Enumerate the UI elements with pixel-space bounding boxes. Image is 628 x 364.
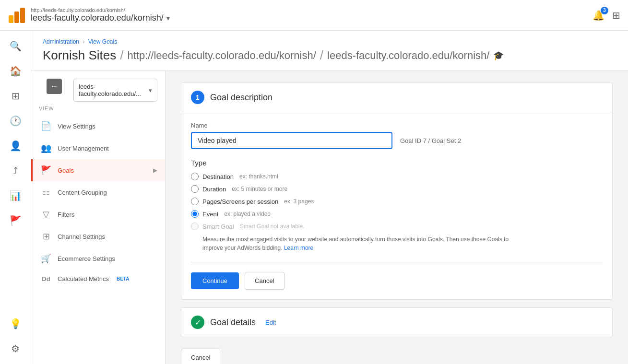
view-dropdown-text: leeds-faculty.colorado.edu/... bbox=[79, 83, 149, 97]
beta-badge: BETA bbox=[117, 276, 129, 282]
cart-icon: 🛒 bbox=[40, 253, 52, 264]
nav-item-content-grouping[interactable]: ⚏ Content Grouping bbox=[31, 181, 165, 203]
sidebar-extra[interactable]: ⚙ bbox=[4, 337, 27, 360]
radio-pages: Pages/Screens per session ex: 3 pages bbox=[191, 198, 603, 205]
bottom-cancel-row: Cancel bbox=[181, 345, 613, 364]
page-path1: http://leeds-faculty.colorado.edu/kornis… bbox=[127, 49, 316, 62]
radio-smart-goal: Smart Goal Smart Goal not available. bbox=[191, 223, 603, 230]
radio-event: Event ex: played a video bbox=[191, 210, 603, 218]
sidebar-bottom[interactable]: 💡 bbox=[4, 312, 27, 335]
filter-icon: ▽ bbox=[40, 209, 52, 220]
radio-duration-sub: ex: 5 minutes or more bbox=[232, 186, 287, 192]
sidebar-audience[interactable]: 👤 bbox=[4, 134, 27, 157]
goal-details-header: ✓ Goal details Edit bbox=[181, 308, 612, 337]
cancel-button[interactable]: Cancel bbox=[245, 272, 284, 290]
goal-details-card: ✓ Goal details Edit bbox=[181, 307, 613, 337]
smart-goal-description: Measure the most engaged visits to your … bbox=[202, 235, 514, 252]
sidebar-search[interactable]: 🔍 bbox=[4, 35, 27, 58]
nav-item-channel-settings[interactable]: ⊞ Channel Settings bbox=[31, 225, 165, 247]
goal-id-text: Goal ID 7 / Goal Set 2 bbox=[400, 137, 461, 144]
main-layout: 🔍 🏠 ⊞ 🕐 👤 ⤴ 📊 🚩 💡 ⚙ Administration › Vie… bbox=[0, 31, 628, 364]
icon-sidebar: 🔍 🏠 ⊞ 🕐 👤 ⤴ 📊 🚩 💡 ⚙ bbox=[0, 31, 31, 364]
site-dropdown-arrow[interactable]: ▾ bbox=[166, 14, 170, 22]
sidebar-behavior[interactable]: 📊 bbox=[4, 184, 27, 207]
site-info: http://leeds-faculty.colorado.edu/kornis… bbox=[31, 7, 170, 23]
radio-pages-input[interactable] bbox=[191, 198, 199, 205]
radio-duration: Duration ex: 5 minutes or more bbox=[191, 185, 603, 193]
nav-item-view-settings[interactable]: 📄 View Settings bbox=[31, 115, 165, 137]
radio-pages-sub: ex: 3 pages bbox=[284, 198, 314, 205]
radio-destination-input[interactable] bbox=[191, 173, 199, 180]
goal-description-card: 1 Goal description Name Goal ID 7 / Goal… bbox=[181, 82, 613, 300]
dd-icon: Dd bbox=[40, 275, 52, 282]
divider bbox=[191, 262, 603, 262]
users-icon: 👥 bbox=[40, 143, 52, 153]
radio-event-label: Event bbox=[202, 211, 218, 218]
nav-item-ecommerce[interactable]: 🛒 Ecommerce Settings bbox=[31, 247, 165, 270]
site-url-large: leeds-faculty.colorado.edu/kornish/ ▾ bbox=[31, 13, 170, 23]
sidebar-acquisition[interactable]: ⤴ bbox=[4, 159, 27, 182]
nav-label-view-settings: View Settings bbox=[58, 123, 95, 130]
radio-event-sub: ex: played a video bbox=[224, 211, 271, 217]
inner-layout: ← leeds-faculty.colorado.edu/... ▾ VIEW … bbox=[31, 71, 628, 364]
back-button[interactable]: ← bbox=[47, 79, 62, 94]
radio-destination-sub: ex: thanks.html bbox=[239, 173, 278, 180]
sidebar-realtime[interactable]: 🕐 bbox=[4, 109, 27, 132]
breadcrumb-admin[interactable]: Administration bbox=[43, 38, 79, 45]
nav-label-calculated-metrics: Calculated Metrics bbox=[58, 275, 109, 282]
radio-smart-goal-label: Smart Goal bbox=[202, 223, 234, 230]
nav-label-filters: Filters bbox=[58, 211, 74, 218]
page-header: Administration › View Goals Kornish Site… bbox=[31, 31, 628, 71]
goal-name-input[interactable] bbox=[191, 132, 392, 149]
view-dropdown[interactable]: leeds-faculty.colorado.edu/... ▾ bbox=[73, 79, 157, 102]
step-number: 1 bbox=[191, 91, 204, 104]
breadcrumb-view-goals[interactable]: View Goals bbox=[88, 38, 117, 45]
nav-label-user-management: User Management bbox=[58, 145, 109, 152]
channel-icon: ⊞ bbox=[40, 231, 52, 242]
goal-description-header: 1 Goal description bbox=[181, 83, 612, 112]
button-row: Continue Cancel bbox=[191, 272, 603, 290]
goal-details-edit[interactable]: Edit bbox=[265, 319, 276, 326]
nav-item-calculated-metrics[interactable]: Dd Calculated Metrics BETA bbox=[31, 270, 165, 288]
radio-duration-label: Duration bbox=[202, 186, 226, 193]
step-check-icon: ✓ bbox=[191, 316, 204, 329]
svg-rect-0 bbox=[9, 15, 13, 23]
topbar-left: http://leeds-faculty.colorado.edu/kornis… bbox=[8, 7, 170, 24]
site-url-small: http://leeds-faculty.colorado.edu/kornis… bbox=[31, 7, 170, 13]
name-label: Name bbox=[191, 122, 603, 129]
radio-duration-input[interactable] bbox=[191, 185, 199, 193]
sidebar-conversions[interactable]: 🚩 bbox=[4, 209, 27, 232]
learn-more-link[interactable]: Learn more bbox=[284, 245, 313, 251]
nav-label-content-grouping: Content Grouping bbox=[58, 189, 107, 196]
goal-description-body: Name Goal ID 7 / Goal Set 2 Type Destina… bbox=[181, 112, 612, 299]
goal-details-title: Goal details bbox=[210, 317, 256, 328]
svg-rect-2 bbox=[20, 8, 25, 23]
apps-grid-icon[interactable]: ⊞ bbox=[612, 10, 620, 21]
page-title: Kornish Sites / http://leeds-faculty.col… bbox=[43, 48, 616, 63]
nav-label-goals: Goals bbox=[58, 167, 74, 174]
radio-event-input[interactable] bbox=[191, 210, 199, 218]
ga-logo bbox=[8, 7, 25, 24]
continue-button[interactable]: Continue bbox=[191, 272, 239, 289]
radio-destination-label: Destination bbox=[202, 173, 234, 180]
sidebar-home[interactable]: 🏠 bbox=[4, 59, 27, 82]
flag-icon: 🚩 bbox=[40, 165, 52, 176]
nav-item-filters[interactable]: ▽ Filters bbox=[31, 203, 165, 225]
radio-pages-label: Pages/Screens per session bbox=[202, 198, 278, 205]
bottom-cancel-button[interactable]: Cancel bbox=[181, 349, 220, 364]
page-title-text: Kornish Sites bbox=[43, 48, 116, 63]
name-row: Goal ID 7 / Goal Set 2 bbox=[191, 132, 603, 149]
nav-label-channel-settings: Channel Settings bbox=[58, 233, 105, 240]
goal-description-title: Goal description bbox=[210, 93, 273, 103]
nav-item-user-management[interactable]: 👥 User Management bbox=[31, 137, 165, 159]
goals-expand-arrow: ▶ bbox=[153, 167, 157, 174]
sidebar-dashboard[interactable]: ⊞ bbox=[4, 84, 27, 107]
notification-button[interactable]: 🔔 3 bbox=[592, 10, 604, 21]
nav-item-goals[interactable]: 🚩 Goals ▶ bbox=[31, 159, 165, 181]
topbar: http://leeds-faculty.colorado.edu/kornis… bbox=[0, 0, 628, 31]
notification-badge: 3 bbox=[601, 7, 608, 14]
page-sep1: / bbox=[120, 48, 123, 63]
nav-label-ecommerce: Ecommerce Settings bbox=[58, 255, 115, 262]
radio-smart-goal-input[interactable] bbox=[191, 223, 199, 230]
svg-rect-1 bbox=[14, 12, 19, 23]
